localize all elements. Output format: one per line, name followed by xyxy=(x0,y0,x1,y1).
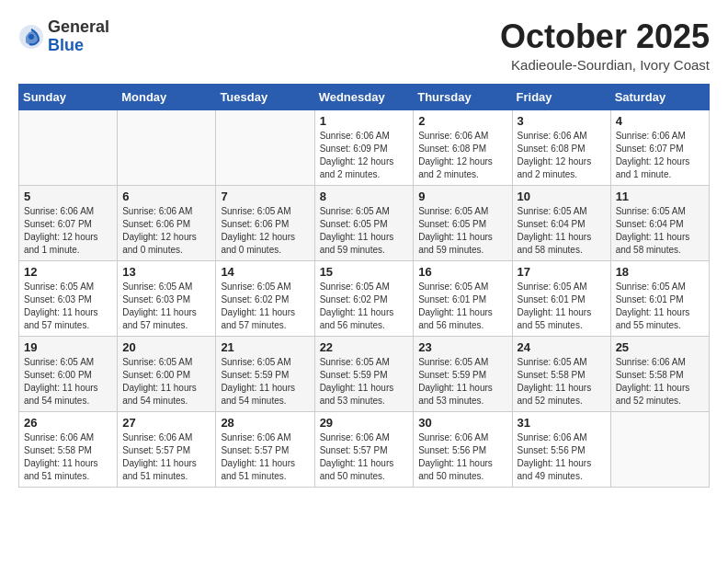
day-number: 23 xyxy=(418,340,506,354)
calendar-cell: 30Sunrise: 6:06 AM Sunset: 5:56 PM Dayli… xyxy=(414,411,512,487)
day-number: 21 xyxy=(221,340,309,354)
weekday-header-row: SundayMondayTuesdayWednesdayThursdayFrid… xyxy=(19,84,710,109)
day-info: Sunrise: 6:05 AM Sunset: 5:59 PM Dayligh… xyxy=(320,356,409,408)
day-info: Sunrise: 6:05 AM Sunset: 6:04 PM Dayligh… xyxy=(518,205,606,257)
weekday-header-thursday: Thursday xyxy=(414,84,512,109)
calendar-week-row: 19Sunrise: 6:05 AM Sunset: 6:00 PM Dayli… xyxy=(19,336,710,411)
calendar-cell: 13Sunrise: 6:05 AM Sunset: 6:03 PM Dayli… xyxy=(118,260,216,336)
calendar-week-row: 5Sunrise: 6:06 AM Sunset: 6:07 PM Daylig… xyxy=(19,185,710,260)
day-info: Sunrise: 6:06 AM Sunset: 6:06 PM Dayligh… xyxy=(122,205,210,257)
calendar-cell: 25Sunrise: 6:06 AM Sunset: 5:58 PM Dayli… xyxy=(610,336,709,411)
day-info: Sunrise: 6:05 AM Sunset: 6:00 PM Dayligh… xyxy=(122,356,210,408)
day-info: Sunrise: 6:06 AM Sunset: 6:07 PM Dayligh… xyxy=(616,130,704,181)
day-info: Sunrise: 6:05 AM Sunset: 6:01 PM Dayligh… xyxy=(418,281,506,332)
calendar-cell: 3Sunrise: 6:06 AM Sunset: 6:08 PM Daylig… xyxy=(512,109,610,185)
logo: General Blue xyxy=(18,18,109,55)
calendar-cell: 31Sunrise: 6:06 AM Sunset: 5:56 PM Dayli… xyxy=(512,411,610,487)
calendar-cell xyxy=(216,109,314,185)
day-info: Sunrise: 6:05 AM Sunset: 6:05 PM Dayligh… xyxy=(418,205,506,257)
calendar-cell xyxy=(610,411,709,487)
day-number: 18 xyxy=(616,265,704,279)
calendar-cell: 10Sunrise: 6:05 AM Sunset: 6:04 PM Dayli… xyxy=(512,185,610,260)
day-info: Sunrise: 6:05 AM Sunset: 6:03 PM Dayligh… xyxy=(24,281,112,332)
day-number: 26 xyxy=(24,416,112,430)
page-header: General Blue October 2025 Kadieoule-Sour… xyxy=(18,18,710,73)
day-info: Sunrise: 6:06 AM Sunset: 5:56 PM Dayligh… xyxy=(418,431,506,483)
calendar-cell: 12Sunrise: 6:05 AM Sunset: 6:03 PM Dayli… xyxy=(19,260,118,336)
weekday-header-monday: Monday xyxy=(118,84,216,109)
day-info: Sunrise: 6:05 AM Sunset: 6:05 PM Dayligh… xyxy=(320,205,409,257)
day-number: 8 xyxy=(320,190,409,203)
calendar-cell: 27Sunrise: 6:06 AM Sunset: 5:57 PM Dayli… xyxy=(118,411,216,487)
day-info: Sunrise: 6:06 AM Sunset: 6:07 PM Dayligh… xyxy=(24,205,112,257)
weekday-header-saturday: Saturday xyxy=(610,84,709,109)
calendar-cell: 24Sunrise: 6:05 AM Sunset: 5:58 PM Dayli… xyxy=(512,336,610,411)
day-number: 16 xyxy=(418,265,506,279)
day-number: 6 xyxy=(122,190,210,203)
calendar-cell: 5Sunrise: 6:06 AM Sunset: 6:07 PM Daylig… xyxy=(19,185,118,260)
day-number: 17 xyxy=(518,265,606,279)
calendar-cell: 29Sunrise: 6:06 AM Sunset: 5:57 PM Dayli… xyxy=(314,411,414,487)
day-number: 4 xyxy=(616,114,704,128)
logo-general-text: General xyxy=(48,18,109,37)
day-info: Sunrise: 6:05 AM Sunset: 6:00 PM Dayligh… xyxy=(24,356,112,408)
calendar-cell: 20Sunrise: 6:05 AM Sunset: 6:00 PM Dayli… xyxy=(118,336,216,411)
day-info: Sunrise: 6:06 AM Sunset: 6:08 PM Dayligh… xyxy=(518,130,606,181)
day-number: 29 xyxy=(320,416,409,430)
page: General Blue October 2025 Kadieoule-Sour… xyxy=(0,0,728,497)
calendar-cell xyxy=(19,109,118,185)
day-info: Sunrise: 6:06 AM Sunset: 5:56 PM Dayligh… xyxy=(518,431,606,483)
day-info: Sunrise: 6:05 AM Sunset: 6:02 PM Dayligh… xyxy=(221,281,309,332)
day-number: 1 xyxy=(320,114,409,128)
day-number: 15 xyxy=(320,265,409,279)
calendar-cell xyxy=(118,109,216,185)
weekday-header-wednesday: Wednesday xyxy=(314,84,414,109)
calendar-cell: 6Sunrise: 6:06 AM Sunset: 6:06 PM Daylig… xyxy=(118,185,216,260)
calendar-cell: 2Sunrise: 6:06 AM Sunset: 6:08 PM Daylig… xyxy=(414,109,512,185)
calendar-cell: 17Sunrise: 6:05 AM Sunset: 6:01 PM Dayli… xyxy=(512,260,610,336)
day-number: 5 xyxy=(24,190,112,203)
calendar-cell: 22Sunrise: 6:05 AM Sunset: 5:59 PM Dayli… xyxy=(314,336,414,411)
calendar-cell: 23Sunrise: 6:05 AM Sunset: 5:59 PM Dayli… xyxy=(414,336,512,411)
day-number: 2 xyxy=(418,114,506,128)
day-number: 25 xyxy=(616,340,704,354)
day-info: Sunrise: 6:05 AM Sunset: 6:03 PM Dayligh… xyxy=(122,281,210,332)
day-info: Sunrise: 6:06 AM Sunset: 5:58 PM Dayligh… xyxy=(24,431,112,483)
day-info: Sunrise: 6:06 AM Sunset: 6:09 PM Dayligh… xyxy=(320,130,409,181)
calendar-cell: 4Sunrise: 6:06 AM Sunset: 6:07 PM Daylig… xyxy=(610,109,709,185)
day-number: 24 xyxy=(518,340,606,354)
calendar-cell: 18Sunrise: 6:05 AM Sunset: 6:01 PM Dayli… xyxy=(610,260,709,336)
calendar-cell: 16Sunrise: 6:05 AM Sunset: 6:01 PM Dayli… xyxy=(414,260,512,336)
day-number: 13 xyxy=(122,265,210,279)
day-info: Sunrise: 6:05 AM Sunset: 6:01 PM Dayligh… xyxy=(518,281,606,332)
calendar-cell: 9Sunrise: 6:05 AM Sunset: 6:05 PM Daylig… xyxy=(414,185,512,260)
calendar-week-row: 1Sunrise: 6:06 AM Sunset: 6:09 PM Daylig… xyxy=(19,109,710,185)
day-number: 20 xyxy=(122,340,210,354)
calendar-cell: 15Sunrise: 6:05 AM Sunset: 6:02 PM Dayli… xyxy=(314,260,414,336)
calendar-cell: 21Sunrise: 6:05 AM Sunset: 5:59 PM Dayli… xyxy=(216,336,314,411)
weekday-header-friday: Friday xyxy=(512,84,610,109)
day-number: 30 xyxy=(418,416,506,430)
location-title: Kadieoule-Sourdian, Ivory Coast xyxy=(500,57,710,73)
day-info: Sunrise: 6:05 AM Sunset: 5:59 PM Dayligh… xyxy=(418,356,506,408)
day-number: 9 xyxy=(418,190,506,203)
day-info: Sunrise: 6:06 AM Sunset: 5:57 PM Dayligh… xyxy=(221,431,309,483)
day-info: Sunrise: 6:06 AM Sunset: 5:57 PM Dayligh… xyxy=(320,431,409,483)
day-info: Sunrise: 6:06 AM Sunset: 5:57 PM Dayligh… xyxy=(122,431,210,483)
day-number: 7 xyxy=(221,190,309,203)
calendar-cell: 19Sunrise: 6:05 AM Sunset: 6:00 PM Dayli… xyxy=(19,336,118,411)
day-number: 31 xyxy=(518,416,606,430)
day-info: Sunrise: 6:05 AM Sunset: 5:59 PM Dayligh… xyxy=(221,356,309,408)
calendar-table: SundayMondayTuesdayWednesdayThursdayFrid… xyxy=(18,84,710,488)
logo-text: General Blue xyxy=(48,18,109,55)
day-number: 14 xyxy=(221,265,309,279)
day-number: 11 xyxy=(616,190,704,203)
calendar-cell: 28Sunrise: 6:06 AM Sunset: 5:57 PM Dayli… xyxy=(216,411,314,487)
calendar-cell: 7Sunrise: 6:05 AM Sunset: 6:06 PM Daylig… xyxy=(216,185,314,260)
day-info: Sunrise: 6:05 AM Sunset: 6:04 PM Dayligh… xyxy=(616,205,704,257)
day-info: Sunrise: 6:05 AM Sunset: 6:02 PM Dayligh… xyxy=(320,281,409,332)
weekday-header-sunday: Sunday xyxy=(19,84,118,109)
weekday-header-tuesday: Tuesday xyxy=(216,84,314,109)
title-section: October 2025 Kadieoule-Sourdian, Ivory C… xyxy=(500,18,710,73)
logo-blue-text: Blue xyxy=(48,37,109,55)
